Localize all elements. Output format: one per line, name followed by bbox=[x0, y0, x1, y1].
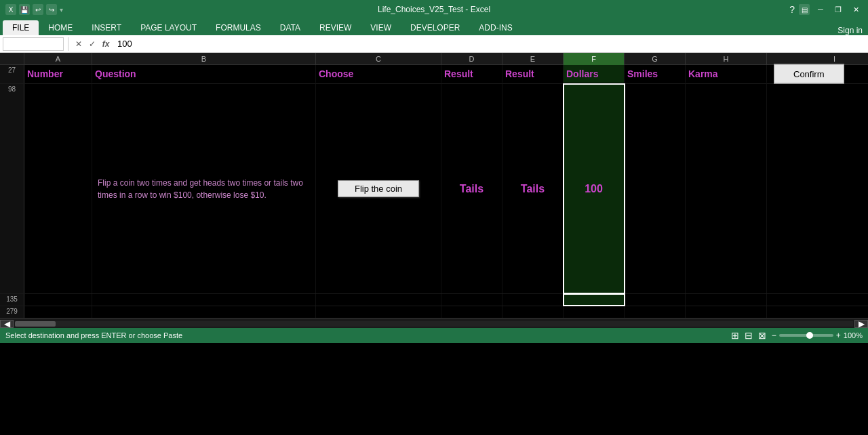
undo-icon[interactable]: ↩ bbox=[33, 4, 43, 15]
save-icon[interactable]: 💾 bbox=[19, 4, 30, 15]
formula-input[interactable] bbox=[115, 39, 865, 49]
tab-file[interactable]: FILE bbox=[3, 20, 39, 35]
cell-g279[interactable] bbox=[625, 306, 686, 318]
tab-developer[interactable]: DEVELOPER bbox=[401, 20, 469, 35]
cell-i-data[interactable] bbox=[767, 84, 868, 293]
cell-d279[interactable] bbox=[441, 306, 502, 318]
cell-i279[interactable] bbox=[767, 306, 868, 318]
grid: 27 Number Question Choose Result Result … bbox=[0, 65, 868, 318]
dollars-text: 100 bbox=[585, 183, 603, 195]
cell-h279[interactable] bbox=[686, 306, 767, 318]
tab-view[interactable]: VIEW bbox=[361, 20, 401, 35]
cell-f27-text: Dollars bbox=[566, 68, 598, 79]
cell-b279[interactable] bbox=[92, 306, 316, 318]
cell-d-data[interactable]: Tails bbox=[441, 84, 502, 293]
tab-home[interactable]: HOME bbox=[39, 20, 82, 35]
formula-cancel-btn[interactable]: ✕ bbox=[73, 38, 85, 50]
confirm-button[interactable]: Confirm bbox=[774, 64, 844, 84]
cell-b135[interactable] bbox=[92, 294, 316, 306]
redo-icon[interactable]: ↪ bbox=[46, 4, 57, 15]
tab-review[interactable]: REVIEW bbox=[310, 20, 361, 35]
cell-h27[interactable]: Karma bbox=[686, 65, 767, 83]
cell-e27[interactable]: Result bbox=[502, 65, 564, 83]
view-normal-icon[interactable]: ⊞ bbox=[731, 330, 739, 341]
cell-i27[interactable]: Confirm bbox=[767, 65, 868, 83]
scroll-left-btn[interactable]: ◀ bbox=[0, 320, 14, 328]
sign-in-link[interactable]: Sign in bbox=[837, 26, 863, 35]
cell-g27-text: Smiles bbox=[627, 68, 658, 79]
minimize-button[interactable]: ─ bbox=[814, 3, 827, 16]
close-button[interactable]: ✕ bbox=[849, 3, 863, 16]
zoom-control[interactable]: − + 100% bbox=[772, 331, 863, 340]
zoom-in-btn[interactable]: + bbox=[836, 331, 841, 340]
excel-icon: X bbox=[5, 4, 16, 15]
zoom-thumb bbox=[806, 332, 813, 339]
cell-c-data[interactable]: Flip the coin bbox=[316, 84, 441, 293]
col-header-i[interactable]: I bbox=[767, 53, 868, 65]
cell-c135[interactable] bbox=[316, 294, 441, 306]
cell-c279[interactable] bbox=[316, 306, 441, 318]
col-header-g[interactable]: G bbox=[625, 53, 686, 65]
tab-formulas[interactable]: FORMULAS bbox=[206, 20, 271, 35]
cell-g27[interactable]: Smiles bbox=[625, 65, 686, 83]
row-num-135: 135 bbox=[0, 294, 24, 306]
spreadsheet: A B C D E F G H I 27 Number Question Cho… bbox=[0, 53, 868, 318]
restore-button[interactable]: ❐ bbox=[831, 3, 845, 16]
col-header-c[interactable]: C bbox=[316, 53, 441, 65]
title-bar-right: ? ▤ ─ ❐ ✕ bbox=[727, 3, 863, 16]
cell-d135[interactable] bbox=[441, 294, 502, 306]
view-page-layout-icon[interactable]: ⊟ bbox=[745, 330, 753, 341]
cell-h-data[interactable] bbox=[686, 84, 767, 293]
view-page-break-icon[interactable]: ⊠ bbox=[758, 330, 766, 341]
formula-fx-btn[interactable]: fx bbox=[100, 38, 112, 50]
data-row: 98 Flip a coin two times and get heads t… bbox=[0, 84, 868, 294]
cell-c27[interactable]: Choose bbox=[316, 65, 441, 83]
col-header-a[interactable]: A bbox=[24, 53, 92, 65]
cell-a27[interactable]: Number bbox=[24, 65, 92, 83]
h-scrollbar[interactable]: ◀ ▶ bbox=[0, 318, 868, 328]
cell-h135[interactable] bbox=[686, 294, 767, 306]
ribbon-tabs: FILE HOME INSERT PAGE LAYOUT FORMULAS DA… bbox=[0, 19, 868, 35]
cell-g-data[interactable] bbox=[625, 84, 686, 293]
cell-f27[interactable]: Dollars bbox=[564, 65, 625, 83]
col-header-f[interactable]: F bbox=[564, 53, 625, 65]
col-header-b[interactable]: B bbox=[92, 53, 316, 65]
tab-page-layout[interactable]: PAGE LAYOUT bbox=[131, 20, 206, 35]
cell-h27-text: Karma bbox=[688, 68, 718, 79]
cell-g135[interactable] bbox=[625, 294, 686, 306]
cell-a-data[interactable] bbox=[24, 84, 92, 293]
quick-access-more[interactable]: ▾ bbox=[60, 6, 63, 14]
zoom-slider[interactable] bbox=[779, 334, 833, 337]
cell-i135[interactable] bbox=[767, 294, 868, 306]
col-header-e[interactable]: E bbox=[502, 53, 564, 65]
h-scroll-track[interactable] bbox=[15, 321, 853, 327]
zoom-out-btn[interactable]: − bbox=[772, 331, 776, 340]
cell-e-data[interactable]: Tails bbox=[502, 84, 564, 293]
ribbon-display-icon[interactable]: ▤ bbox=[799, 4, 810, 15]
cell-e279[interactable] bbox=[502, 306, 564, 318]
cell-a279[interactable] bbox=[24, 306, 92, 318]
cell-a135[interactable] bbox=[24, 294, 92, 306]
cell-f279[interactable] bbox=[564, 306, 625, 318]
column-headers: A B C D E F G H I bbox=[0, 53, 868, 65]
col-header-h[interactable]: H bbox=[686, 53, 767, 65]
formula-divider bbox=[68, 37, 68, 51]
tab-add-ins[interactable]: ADD-INS bbox=[469, 20, 521, 35]
tab-data[interactable]: DATA bbox=[271, 20, 310, 35]
name-box[interactable]: F135 bbox=[3, 37, 64, 51]
cell-c27-text: Choose bbox=[319, 68, 353, 79]
cell-f135[interactable] bbox=[564, 294, 625, 306]
cell-f-data[interactable]: 100 bbox=[564, 84, 625, 293]
tab-insert[interactable]: INSERT bbox=[82, 20, 131, 35]
h-scroll-thumb[interactable] bbox=[15, 321, 56, 327]
cell-e135[interactable] bbox=[502, 294, 564, 306]
scroll-right-btn[interactable]: ▶ bbox=[854, 320, 868, 328]
cell-d27[interactable]: Result bbox=[441, 65, 502, 83]
flip-coin-button[interactable]: Flip the coin bbox=[338, 180, 419, 197]
col-header-d[interactable]: D bbox=[441, 53, 502, 65]
status-bar: Select destination and press ENTER or ch… bbox=[0, 328, 868, 343]
cell-b-data[interactable]: Flip a coin two times and get heads two … bbox=[92, 84, 316, 293]
cell-b27[interactable]: Question bbox=[92, 65, 316, 83]
formula-confirm-btn[interactable]: ✓ bbox=[86, 38, 98, 50]
help-icon[interactable]: ? bbox=[789, 4, 795, 15]
